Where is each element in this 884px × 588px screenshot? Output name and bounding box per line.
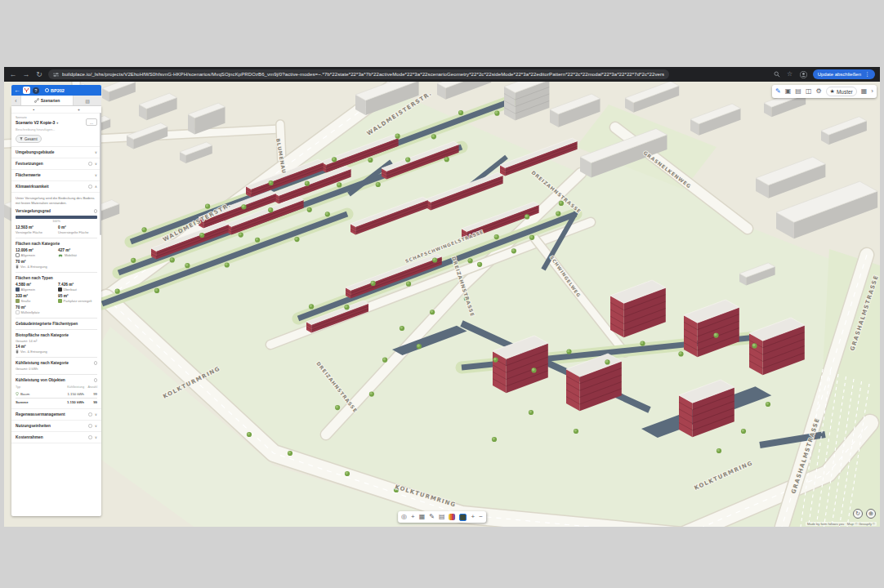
section-flaechenwerte[interactable]: Flächenwerte ∨	[11, 170, 101, 181]
info-ring-icon	[45, 88, 49, 92]
profile-avatar-icon[interactable]	[800, 71, 807, 78]
section-kostenrahmen[interactable]: Kostenrahmen ∨	[11, 432, 101, 443]
kuehlleistung-obj-title: Kühlleistung von Objekten	[16, 378, 97, 382]
info-icon[interactable]	[88, 162, 92, 166]
settings-gear-icon[interactable]: ⚙	[815, 88, 821, 95]
select-tool-icon[interactable]: ◫	[806, 88, 812, 95]
tab-szenarien[interactable]: Szenarien	[20, 96, 74, 105]
basemap-thumbnail[interactable]	[460, 514, 467, 521]
chevron-down-icon: ∨	[95, 150, 97, 154]
map-canvas[interactable]: WALDMEISTERSTR. WALDMEISTERSTR. BLUMENAU…	[4, 82, 880, 527]
scenario-more-button[interactable]: ...	[86, 118, 97, 126]
url-text: buildplace.io/_lshs/projects/V2EhoHfWS0h…	[62, 72, 664, 77]
add-scenario-button[interactable]: +	[56, 106, 101, 113]
chevron-down-icon: ▾	[56, 121, 58, 125]
building-tool-icon[interactable]: ▦	[861, 88, 868, 95]
draw-icon[interactable]: ✎	[429, 514, 435, 520]
compass-button[interactable]: ⊕	[866, 509, 876, 519]
table-row-baum[interactable]: Baum 1.150 kWh 99	[16, 390, 97, 398]
star-icon: ★	[830, 88, 835, 95]
typ-ueberbaut: 7.426 m² Überbaut	[58, 283, 97, 292]
stat-entsorgung: 70 m² Ver- & Entsorgung	[16, 260, 55, 269]
kebab-menu-icon[interactable]: ⋮	[864, 71, 870, 78]
info-icon[interactable]	[88, 424, 92, 428]
color-swatch	[58, 299, 62, 303]
typ-muellstellplatz: 70 m² Müllstellplatz	[16, 305, 55, 314]
stat-unversiegelte: 0 m² Unversiegelte Fläche	[58, 225, 97, 234]
versiegelungsgrad-bar	[16, 216, 97, 219]
car-icon	[58, 254, 63, 257]
back-icon[interactable]: ←	[9, 67, 17, 82]
map-view-controls: ↻ ⊕	[853, 509, 876, 519]
muster-dropdown[interactable]: ★ Muster	[826, 87, 857, 96]
bookmark-star-icon[interactable]: ☆	[786, 67, 794, 82]
funnel-icon	[20, 137, 23, 140]
url-bar[interactable]: buildplace.io/_lshs/projects/V2EhoHfWS0h…	[48, 69, 669, 79]
trash-icon	[16, 350, 19, 354]
scenario-label: Szenario	[16, 116, 97, 119]
grid-icon[interactable]: ▦	[419, 514, 426, 520]
back-arrow-icon[interactable]: ←	[14, 87, 20, 94]
add-icon[interactable]: +	[411, 514, 415, 520]
tab-editor-pattern[interactable]: ▨	[74, 96, 101, 105]
help-icon[interactable]: ?	[33, 87, 39, 94]
typen-title: Flächen nach Typen	[16, 276, 97, 280]
info-icon[interactable]	[94, 209, 98, 213]
section-festsetzungen[interactable]: Festsetzungen ∨	[11, 158, 101, 170]
description-placeholder[interactable]: Beschreibung hinzufügen...	[11, 126, 101, 133]
reload-icon[interactable]: ↻	[35, 67, 43, 82]
versiegelungsgrad-value: 100%	[16, 220, 97, 223]
project-code: BP202	[51, 88, 65, 93]
filter-row: Gesamt	[11, 133, 101, 147]
buildplace-logo[interactable]	[23, 87, 30, 94]
layers-icon[interactable]: ▤	[439, 514, 445, 520]
toolbar-expand-icon[interactable]: ›	[871, 88, 873, 95]
copy-tool-icon[interactable]: ▣	[785, 88, 792, 95]
info-icon[interactable]	[88, 412, 92, 416]
chevron-down-icon: ∨	[95, 162, 97, 166]
kategorie-title: Flächen nach Kategorie	[16, 242, 97, 246]
map-attribution: Made by form follows you · Map: © Geoapi…	[806, 522, 877, 526]
color-palette-icon[interactable]	[449, 514, 456, 520]
section-regenwassermanagement[interactable]: Regenwassermanagement ∨	[11, 409, 101, 421]
app-content: WALDMEISTERSTR. WALDMEISTERSTR. BLUMENAU…	[4, 82, 880, 527]
project-badge[interactable]: BP202	[45, 88, 65, 93]
info-icon[interactable]	[88, 185, 92, 189]
chevron-down-icon: ∨	[95, 173, 97, 177]
scenario-pager: ▪ +	[11, 106, 101, 114]
panel-header: ← ? BP202	[11, 85, 101, 96]
chevron-down-icon: ∨	[95, 424, 97, 428]
info-icon[interactable]	[88, 435, 92, 439]
search-icon[interactable]	[774, 71, 780, 78]
forward-icon[interactable]: →	[22, 67, 30, 82]
map-toolbar: ◎ + ▦ ✎ ▤ + −	[398, 511, 486, 523]
color-swatch	[16, 310, 20, 314]
zoom-out-icon[interactable]: −	[479, 514, 483, 520]
gebaeude-flaechentypen-title: Gebäudeintegrierte Flächentypen	[16, 322, 97, 326]
left-panel: ← ? BP202 ‹ Szenarien	[11, 85, 101, 516]
color-swatch	[16, 299, 20, 303]
scenario-dropdown[interactable]: Scenario V2 Kopie-3▾	[16, 120, 97, 125]
rows-tool-icon[interactable]: ▤	[795, 88, 801, 95]
scenario-dot-current[interactable]: ▪	[11, 106, 56, 113]
panel-scrollbar[interactable]	[100, 113, 101, 235]
color-swatch	[16, 287, 20, 292]
typ-parkplatz: 95 m² Parkplatz versiegelt	[58, 294, 97, 303]
section-umgebungsgebaeude[interactable]: Umgebungsgebäude ∨	[11, 147, 101, 158]
draw-tool-icon[interactable]: ✎	[775, 88, 781, 95]
rotate-view-button[interactable]: ↻	[853, 509, 863, 519]
gesamt-filter-chip[interactable]: Gesamt	[16, 135, 42, 143]
zoom-in-icon[interactable]: +	[471, 514, 475, 520]
section-klimawirksamkeit[interactable]: Klimawirksamkeit ∧	[11, 181, 101, 193]
update-abschliessen-button[interactable]: Update abschließen ⋮	[813, 69, 875, 79]
locate-icon[interactable]: ◎	[401, 514, 407, 520]
screenshot-stage: ← → ↻ buildplace.io/_lshs/projects/V2Eho…	[0, 0, 884, 588]
info-icon[interactable]	[94, 378, 98, 382]
collapse-panel-icon[interactable]: ‹	[11, 96, 20, 105]
section-nutzungseinheiten[interactable]: Nutzungseinheiten ∨	[11, 421, 101, 432]
typ-allgemein: 4.580 m² Allgemein	[16, 283, 55, 292]
biotop-item: 14 m² Ver- & Entsorgung	[16, 345, 97, 354]
info-icon[interactable]	[94, 361, 98, 365]
klima-intro: Unter Versiegelung wird die Bedeckung de…	[16, 196, 97, 206]
kuehlleistung-kat-total: Gesamt: 0 kWh	[16, 367, 97, 371]
